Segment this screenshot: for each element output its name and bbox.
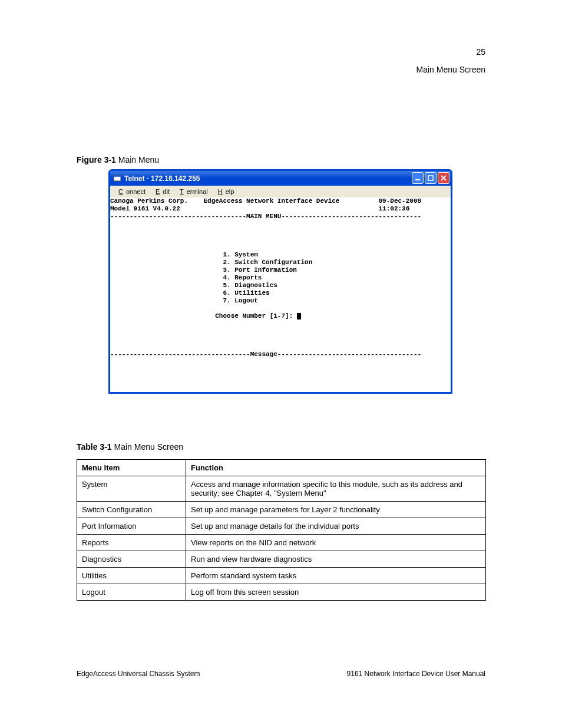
figure-caption: Figure 3-1 Main Menu [77, 155, 159, 164]
page-number: 25 [476, 47, 485, 57]
table-cell-function: Set up and manage parameters for Layer 2… [186, 502, 486, 518]
menubar: Connect Edit Terminal Help [110, 186, 451, 197]
page-title: Main Menu Screen [416, 65, 485, 74]
footer-left: EdgeAccess Universal Chassis System [77, 670, 200, 678]
window-title: Telnet - 172.16.142.255 [124, 174, 200, 183]
page-footer: EdgeAccess Universal Chassis System 9161… [77, 670, 485, 678]
table-cell-menu-item: System [77, 476, 186, 502]
table-row: LogoutLog off from this screen session [77, 584, 486, 601]
table-row: Switch ConfigurationSet up and manage pa… [77, 502, 486, 518]
menu-help[interactable]: Help [212, 187, 237, 196]
menu-edit[interactable]: Edit [150, 187, 173, 196]
table-caption: Table 3-1 Main Menu Screen [77, 442, 183, 452]
table-desc: Main Menu Screen [114, 442, 184, 452]
minimize-button[interactable] [412, 172, 424, 184]
terminal-content[interactable]: Canoga Perkins Corp. EdgeAccess Network … [110, 197, 451, 392]
table-label: Table 3-1 [77, 442, 112, 452]
figure-label: Figure 3-1 [77, 155, 116, 164]
svg-rect-2 [415, 179, 420, 180]
table-cell-function: Access and manage information specific t… [186, 476, 486, 502]
table-header-row: Menu Item Function [77, 460, 486, 476]
table-cell-menu-item: Switch Configuration [77, 502, 186, 518]
table-row: DiagnosticsRun and view hardware diagnos… [77, 551, 486, 568]
close-button[interactable] [438, 172, 449, 184]
window-controls [412, 172, 449, 184]
figure-desc: Main Menu [118, 155, 159, 164]
table-row: Port InformationSet up and manage detail… [77, 518, 486, 535]
table-cell-menu-item: Reports [77, 535, 186, 551]
svg-rect-3 [428, 176, 433, 180]
table-cell-menu-item: Port Information [77, 518, 186, 535]
svg-rect-1 [114, 176, 121, 177]
table-cell-function: Set up and manage details for the indivi… [186, 518, 486, 535]
table-row: ReportsView reports on the NID and netwo… [77, 535, 486, 551]
menu-terminal[interactable]: Terminal [174, 187, 211, 196]
telnet-window: Telnet - 172.16.142.255 Connect Edit Ter… [108, 169, 452, 394]
table-cell-menu-item: Utilities [77, 568, 186, 584]
window-titlebar[interactable]: Telnet - 172.16.142.255 [110, 171, 451, 186]
telnet-app-icon [113, 174, 122, 183]
footer-right: 9161 Network Interface Device User Manua… [347, 670, 485, 678]
table-cell-menu-item: Logout [77, 584, 186, 601]
table-cell-function: Perform standard system tasks [186, 568, 486, 584]
table-cell-menu-item: Diagnostics [77, 551, 186, 568]
table-header-menu-item: Menu Item [77, 460, 186, 476]
table-cell-function: Run and view hardware diagnostics [186, 551, 486, 568]
table-row: SystemAccess and manage information spec… [77, 476, 486, 502]
table-header-function: Function [186, 460, 486, 476]
menu-connect[interactable]: Connect [113, 187, 148, 196]
table-cell-function: View reports on the NID and network [186, 535, 486, 551]
maximize-button[interactable] [425, 172, 437, 184]
main-menu-table: Menu Item Function SystemAccess and mana… [77, 459, 486, 601]
table-cell-function: Log off from this screen session [186, 584, 486, 601]
table-row: UtilitiesPerform standard system tasks [77, 568, 486, 584]
terminal-cursor [297, 313, 301, 319]
